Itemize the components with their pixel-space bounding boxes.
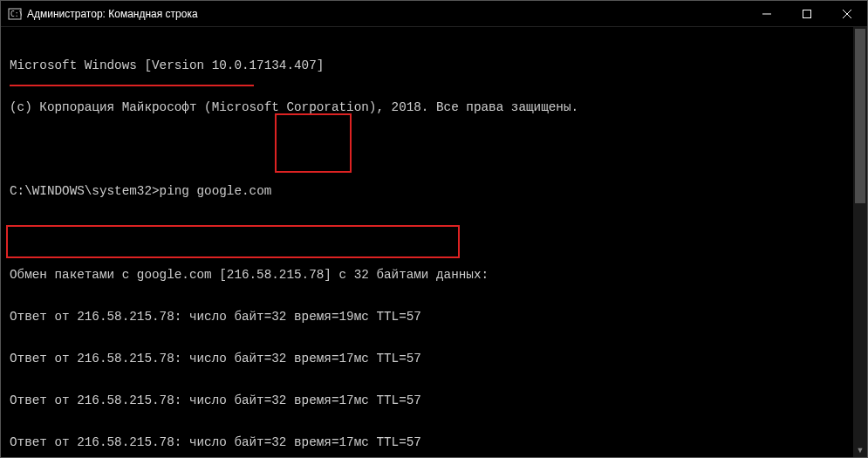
cmd-icon: C:\ [8, 7, 22, 21]
ping-time: время=17мс [294, 393, 369, 407]
window-title: Администратор: Командная строка [27, 8, 747, 20]
minimize-button[interactable] [747, 1, 787, 26]
ping-time: время=17мс [294, 352, 369, 366]
svg-rect-3 [803, 10, 811, 17]
version-line: Microsoft Windows [Version 10.0.17134.40… [10, 58, 867, 72]
terminal-client-area[interactable]: Microsoft Windows [Version 10.0.17134.40… [1, 27, 867, 457]
svg-text:C:\: C:\ [10, 10, 22, 18]
copyright-line: (c) Корпорация Майкрософт (Microsoft Cor… [10, 100, 867, 114]
scroll-down-arrow[interactable]: ▼ [853, 443, 867, 457]
titlebar[interactable]: C:\ Администратор: Командная строка [1, 1, 867, 27]
prompt-line-1: C:\WINDOWS\system32>ping google.com [10, 184, 867, 198]
maximize-button[interactable] [787, 1, 827, 26]
window-controls [747, 1, 867, 26]
scrollbar-thumb[interactable] [855, 29, 865, 203]
vertical-scrollbar[interactable]: ▲ ▼ [853, 27, 867, 457]
close-button[interactable] [827, 1, 867, 26]
ping-time: время=17мс [294, 435, 369, 449]
ping-exchange-header: Обмен пакетами с google.com [216.58.215.… [10, 268, 867, 282]
entered-command: ping google.com [160, 184, 272, 198]
terminal-output: Microsoft Windows [Version 10.0.17134.40… [1, 27, 867, 457]
ping-reply: Ответ от 216.58.215.78: число байт=32 вр… [10, 352, 867, 366]
ping-reply: Ответ от 216.58.215.78: число байт=32 вр… [10, 310, 867, 324]
ping-time: время=19мс [294, 310, 369, 324]
command-prompt-window: C:\ Администратор: Командная строка Micr… [0, 0, 868, 458]
ping-reply: Ответ от 216.58.215.78: число байт=32 вр… [10, 393, 867, 407]
prompt-path: C:\WINDOWS\system32> [10, 184, 160, 198]
ping-reply: Ответ от 216.58.215.78: число байт=32 вр… [10, 435, 867, 449]
